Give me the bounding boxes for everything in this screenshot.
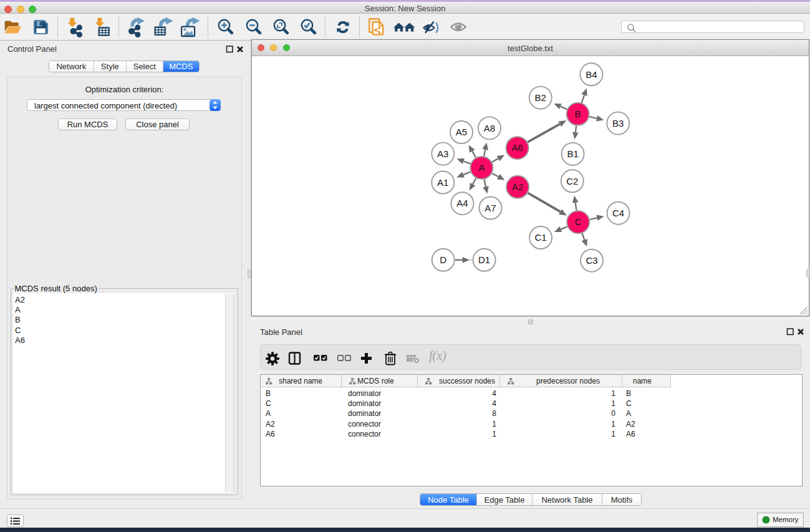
svg-text:C2: C2 bbox=[566, 176, 578, 186]
svg-text:C3: C3 bbox=[586, 255, 597, 266]
svg-text:A2: A2 bbox=[512, 181, 523, 192]
svg-text:B: B bbox=[575, 109, 581, 119]
svg-text:A8: A8 bbox=[484, 123, 495, 133]
svg-text:A7: A7 bbox=[485, 203, 496, 213]
svg-text:A4: A4 bbox=[456, 198, 468, 208]
svg-text:B3: B3 bbox=[612, 118, 624, 128]
svg-text:D1: D1 bbox=[478, 254, 490, 265]
svg-text:B2: B2 bbox=[535, 92, 546, 103]
svg-text:A5: A5 bbox=[456, 127, 467, 137]
svg-text:D: D bbox=[440, 254, 446, 265]
svg-text:A: A bbox=[478, 162, 485, 173]
svg-text:B1: B1 bbox=[567, 148, 578, 159]
svg-text:A6: A6 bbox=[511, 142, 523, 153]
svg-text:C1: C1 bbox=[535, 232, 547, 243]
svg-text:B4: B4 bbox=[586, 69, 597, 80]
svg-text:C: C bbox=[575, 216, 582, 227]
svg-text:C4: C4 bbox=[612, 208, 624, 218]
svg-text:A1: A1 bbox=[437, 177, 448, 188]
svg-text:A3: A3 bbox=[437, 148, 448, 159]
